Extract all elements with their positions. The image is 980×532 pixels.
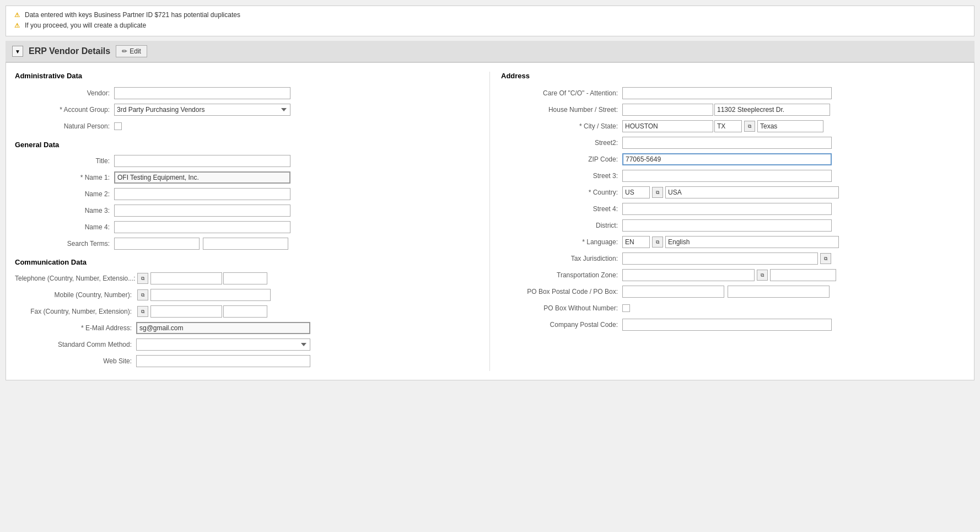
zip-group: ZIP Code: [501, 153, 965, 166]
search-terms-group: Search Terms: [15, 237, 478, 250]
city-input[interactable] [622, 120, 713, 132]
search-term1-input[interactable] [114, 238, 200, 250]
country-group: * Country: ⧉ [501, 186, 965, 199]
warning-line-1: ⚠ Data entered with keys Business Partne… [13, 10, 967, 19]
country-name-input[interactable] [665, 186, 839, 198]
warning-banner: ⚠ Data entered with keys Business Partne… [6, 6, 974, 36]
house-number-group: House Number / Street: [501, 103, 965, 116]
tax-jurisdiction-copy-icon[interactable]: ⧉ [820, 253, 831, 264]
state-code-input[interactable] [714, 120, 742, 132]
fax-ext-input[interactable] [223, 305, 267, 318]
website-input[interactable] [136, 355, 310, 367]
natural-person-label: Natural Person: [15, 122, 114, 130]
account-group-group: * Account Group: 3rd Party Purchasing Ve… [15, 103, 478, 116]
care-of-group: Care Of "C/O" - Attention: [501, 87, 965, 100]
fax-number-input[interactable] [150, 305, 222, 318]
district-group: District: [501, 219, 965, 232]
telephone-label: Telephone (Country, Number, Extensio...: [15, 275, 136, 282]
communication-data-heading: Communication Data [15, 258, 478, 266]
mobile-group: Mobile (Country, Number): ⧉ [15, 288, 478, 302]
name2-group: Name 2: [15, 187, 478, 201]
company-postal-label: Company Postal Code: [501, 321, 622, 329]
name1-label: * Name 1: [15, 174, 114, 181]
po-box-without-checkbox[interactable] [622, 304, 630, 312]
street2-input[interactable] [622, 137, 832, 149]
language-group: * Language: ⧉ [501, 235, 965, 249]
name4-input[interactable] [114, 221, 290, 233]
website-group: Web Site: [15, 354, 478, 368]
account-group-label: * Account Group: [15, 106, 114, 114]
company-postal-input[interactable] [622, 319, 832, 331]
website-label: Web Site: [15, 357, 136, 365]
account-group-select[interactable]: 3rd Party Purchasing Vendors [114, 104, 290, 116]
language-name-input[interactable] [665, 236, 839, 248]
search-term2-input[interactable] [203, 238, 288, 250]
po-box-postal-group: PO Box Postal Code / PO Box: [501, 285, 965, 298]
vendor-label: Vendor: [15, 89, 114, 97]
email-input[interactable] [136, 322, 310, 334]
page-title: ERP Vendor Details [29, 46, 110, 56]
right-panel: Address Care Of "C/O" - Attention: House… [490, 72, 965, 371]
country-code-input[interactable] [622, 186, 650, 198]
telephone-ext-input[interactable] [223, 272, 267, 284]
address-heading: Address [501, 72, 965, 80]
street4-label: Street 4: [501, 205, 622, 213]
warning-text-1: Data entered with keys Business Partner … [25, 11, 240, 19]
warning-icon-2: ⚠ [13, 21, 21, 30]
company-postal-group: Company Postal Code: [501, 318, 965, 331]
po-box-input[interactable] [728, 286, 830, 298]
transport-zone-input[interactable] [622, 269, 755, 281]
warning-line-2: ⚠ If you proceed, you will create a dupl… [13, 21, 967, 30]
transport-zone-copy-icon[interactable]: ⧉ [757, 270, 768, 281]
fax-group: Fax (Country, Number, Extension): ⧉ [15, 305, 478, 318]
mobile-number-input[interactable] [150, 289, 271, 301]
tax-jurisdiction-group: Tax Jurisdiction: ⧉ [501, 252, 965, 265]
fax-copy-icon[interactable]: ⧉ [137, 306, 148, 317]
collapse-button[interactable]: ▼ [12, 46, 23, 57]
language-code-input[interactable] [622, 236, 650, 248]
street3-input[interactable] [622, 170, 832, 182]
street4-input[interactable] [622, 203, 832, 215]
mobile-copy-icon[interactable]: ⧉ [137, 289, 148, 300]
district-input[interactable] [622, 219, 832, 232]
telephone-copy-icon[interactable]: ⧉ [137, 273, 148, 284]
po-box-without-group: PO Box Without Number: [501, 302, 965, 315]
name3-input[interactable] [114, 205, 290, 217]
vendor-input[interactable] [114, 87, 290, 99]
zip-input[interactable] [622, 153, 832, 165]
care-of-input[interactable] [622, 87, 832, 99]
email-group: * E-Mail Address: [15, 321, 478, 335]
title-group: Title: [15, 154, 478, 168]
title-label: Title: [15, 157, 114, 165]
name1-input[interactable] [114, 171, 290, 184]
street-input[interactable] [714, 104, 830, 116]
po-box-postal-input[interactable] [622, 286, 724, 298]
name2-input[interactable] [114, 188, 290, 200]
house-number-label: House Number / Street: [501, 106, 622, 114]
po-box-postal-label: PO Box Postal Code / PO Box: [501, 288, 622, 295]
edit-button[interactable]: ✏ Edit [116, 45, 147, 57]
telephone-number-input[interactable] [150, 272, 222, 284]
std-comm-select[interactable] [136, 338, 310, 351]
language-copy-icon[interactable]: ⧉ [652, 237, 663, 248]
admin-data-heading: Administrative Data [15, 72, 478, 80]
street4-group: Street 4: [501, 202, 965, 216]
country-label: * Country: [501, 189, 622, 196]
general-data-heading: General Data [15, 141, 478, 149]
transport-zone2-input[interactable] [770, 269, 836, 281]
warning-icon-1: ⚠ [13, 10, 21, 19]
state-copy-icon[interactable]: ⧉ [744, 121, 755, 132]
city-state-label: * City / State: [501, 122, 622, 130]
country-copy-icon[interactable]: ⧉ [652, 187, 663, 198]
house-number-input[interactable] [622, 104, 713, 116]
transport-zone-group: Transportation Zone: ⧉ [501, 268, 965, 282]
natural-person-checkbox[interactable] [114, 122, 122, 130]
tax-jurisdiction-input[interactable] [622, 252, 818, 265]
left-panel: Administrative Data Vendor: * Account Gr… [15, 72, 490, 371]
edit-pencil-icon: ✏ [122, 47, 127, 55]
state-name-input[interactable] [757, 120, 823, 132]
street2-group: Street2: [501, 136, 965, 149]
district-label: District: [501, 222, 622, 229]
title-input[interactable] [114, 155, 290, 167]
std-comm-group: Standard Comm Method: [15, 338, 478, 351]
